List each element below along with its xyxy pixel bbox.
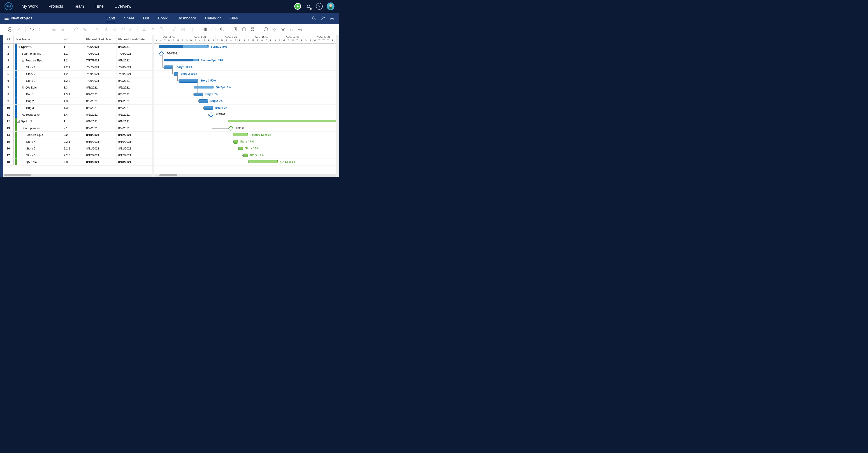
- view-tab-gantt[interactable]: Gantt: [105, 13, 115, 23]
- gantt-summary-bar[interactable]: [248, 160, 278, 163]
- add-button[interactable]: +: [294, 3, 301, 10]
- copy-button[interactable]: [150, 26, 155, 32]
- gantt-row[interactable]: Feature Epic 83%: [154, 57, 339, 64]
- table-row[interactable]: 13Sprint planning2.18/9/20218/9/2021: [3, 125, 152, 132]
- assign-user-button[interactable]: [16, 26, 22, 32]
- settings-icon[interactable]: [330, 16, 335, 21]
- lock-button[interactable]: [289, 26, 294, 32]
- view-tab-board[interactable]: Board: [158, 13, 168, 23]
- gantt-task-bar[interactable]: [204, 106, 213, 110]
- undo-button[interactable]: [29, 26, 35, 32]
- table-row[interactable]: 6Story 31.2.37/30/20218/2/2021: [3, 78, 152, 84]
- add-user-icon[interactable]: [320, 16, 326, 21]
- table-row[interactable]: 15Story 42.2.18/10/20218/10/2021: [3, 139, 152, 145]
- gantt-row[interactable]: QA Epic 0%: [154, 159, 339, 165]
- gantt-summary-bar[interactable]: [234, 133, 248, 136]
- col-header-finish[interactable]: Planned Finish Date: [117, 35, 151, 43]
- col-header-wbs[interactable]: WBS: [62, 35, 85, 43]
- table-row[interactable]: 7−QA Epic1.38/2/20218/5/2021: [3, 84, 152, 91]
- options-button[interactable]: [297, 26, 303, 32]
- attach-button[interactable]: [172, 26, 177, 32]
- gantt-task-bar[interactable]: [179, 79, 198, 83]
- table-row[interactable]: 17Story 62.2.38/12/20218/12/2021: [3, 152, 152, 159]
- table-row[interactable]: 16Story 52.2.28/11/20218/11/2021: [3, 145, 152, 152]
- nav-tab-team[interactable]: Team: [74, 1, 84, 12]
- view-tab-dashboard[interactable]: Dashboard: [177, 13, 196, 23]
- nav-tab-overview[interactable]: Overview: [115, 1, 131, 12]
- gantt-h-scrollbar[interactable]: [154, 174, 339, 177]
- gantt-row[interactable]: Feature Epic 0%: [154, 132, 339, 139]
- view-tab-list[interactable]: List: [143, 13, 149, 23]
- delete-button[interactable]: [95, 26, 101, 32]
- view-tab-calendar[interactable]: Calendar: [205, 13, 221, 23]
- info-button[interactable]: [263, 26, 269, 32]
- gantt-row[interactable]: Sprint 2 0%: [154, 118, 339, 125]
- unlink-button[interactable]: [82, 26, 87, 32]
- gantt-summary-bar[interactable]: [164, 59, 198, 61]
- gantt-row[interactable]: Story 2 100%: [154, 71, 339, 78]
- gantt-row[interactable]: Sprint 1 49%: [154, 43, 339, 50]
- table-row[interactable]: 2Sprint planning1.17/26/20217/26/2021: [3, 50, 152, 57]
- import-button[interactable]: [232, 26, 238, 32]
- gantt-row[interactable]: Story 3 50%: [154, 78, 339, 84]
- gantt-row[interactable]: Bug 3 0%: [154, 104, 339, 111]
- gantt-row[interactable]: QA Epic 0%: [154, 84, 339, 91]
- cut-button[interactable]: [141, 26, 147, 32]
- redo-button[interactable]: [38, 26, 43, 32]
- gantt-row[interactable]: 8/5/2021: [154, 111, 339, 118]
- table-row[interactable]: 4Story 11.2.17/27/20217/28/2021: [3, 64, 152, 71]
- gantt-row[interactable]: Story 5 0%: [154, 145, 339, 152]
- zoom-button[interactable]: [219, 26, 225, 32]
- columns-button[interactable]: [202, 26, 208, 32]
- table-row[interactable]: 8Bug 11.3.18/2/20218/3/2021: [3, 91, 152, 98]
- view-tab-files[interactable]: Files: [230, 13, 238, 23]
- gantt-row[interactable]: Story 6 0%: [154, 152, 339, 159]
- gantt-task-bar[interactable]: [198, 99, 208, 103]
- help-button[interactable]: ?: [316, 3, 323, 10]
- grid-button[interactable]: [211, 26, 216, 32]
- logo[interactable]: PM: [4, 2, 13, 10]
- add-task-button[interactable]: [7, 26, 13, 32]
- menu-icon[interactable]: [4, 17, 8, 20]
- comment-button[interactable]: [189, 26, 194, 32]
- export-button[interactable]: [241, 26, 247, 32]
- col-header-all[interactable]: All: [3, 35, 13, 43]
- col-header-name[interactable]: Task Name: [13, 35, 62, 43]
- table-row[interactable]: 5Story 21.2.27/29/20217/29/2021: [3, 71, 152, 78]
- table-row[interactable]: 14−Feature Epic2.28/10/20218/12/2021: [3, 132, 152, 139]
- gantt-task-bar[interactable]: [194, 93, 203, 96]
- left-rail-expand[interactable]: ⋮: [0, 35, 3, 177]
- gantt-row[interactable]: 8/9/2021: [154, 125, 339, 132]
- percent-button[interactable]: 123: [121, 26, 125, 32]
- gantt-row[interactable]: Story 4 0%: [154, 139, 339, 145]
- gantt-row[interactable]: Story 1 100%: [154, 64, 339, 71]
- collapse-toggle[interactable]: −: [22, 86, 24, 89]
- note-button[interactable]: [180, 26, 186, 32]
- notifications-button[interactable]: 4: [305, 3, 312, 10]
- fill-color-button[interactable]: [112, 26, 118, 32]
- gantt-summary-bar[interactable]: [159, 45, 209, 48]
- gantt-v-scrollbar[interactable]: [336, 35, 339, 177]
- send-button[interactable]: [272, 26, 277, 32]
- table-row[interactable]: 1−Sprint 117/26/20218/6/2021: [3, 43, 152, 50]
- table-row[interactable]: 10Bug 31.3.38/4/20218/5/2021: [3, 104, 152, 111]
- collapse-toggle[interactable]: −: [22, 161, 24, 163]
- collapse-toggle[interactable]: −: [17, 120, 20, 123]
- gantt-row[interactable]: 7/26/2021: [154, 50, 339, 57]
- paste-button[interactable]: [158, 26, 164, 32]
- gantt-milestone[interactable]: [159, 51, 164, 56]
- col-header-start[interactable]: Planned Start Date: [85, 35, 117, 43]
- user-avatar[interactable]: [327, 2, 335, 10]
- indent-button[interactable]: [60, 26, 65, 32]
- text-color-button[interactable]: [103, 26, 109, 32]
- gantt-summary-bar[interactable]: [228, 120, 339, 122]
- milestone-button[interactable]: [128, 26, 134, 32]
- nav-tab-projects[interactable]: Projects: [49, 1, 63, 12]
- table-h-scrollbar[interactable]: [3, 174, 152, 177]
- table-row[interactable]: 9Bug 21.3.28/3/20218/4/2021: [3, 98, 152, 104]
- nav-tab-time[interactable]: Time: [95, 1, 103, 12]
- table-row[interactable]: 11Retrospective1.48/5/20218/6/2021: [3, 111, 152, 118]
- table-row[interactable]: 12−Sprint 228/9/20219/3/2021: [3, 118, 152, 125]
- gantt-row[interactable]: Bug 2 0%: [154, 98, 339, 104]
- nav-tab-my-work[interactable]: My Work: [22, 1, 38, 12]
